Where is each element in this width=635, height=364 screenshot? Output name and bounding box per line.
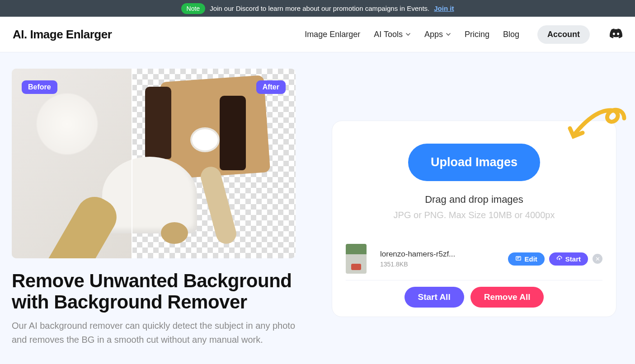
account-button[interactable]: Account <box>537 25 590 44</box>
top-nav: AI. Image Enlarger Image Enlarger AI Too… <box>0 17 635 52</box>
right-column: Upload Images Drag and drop images JPG o… <box>332 121 616 317</box>
start-all-button[interactable]: Start All <box>405 287 464 308</box>
discord-icon[interactable] <box>610 28 622 40</box>
preview-divider[interactable] <box>132 69 132 258</box>
remove-all-button[interactable]: Remove All <box>470 287 544 308</box>
nav-blog[interactable]: Blog <box>503 30 519 39</box>
upload-images-button[interactable]: Upload Images <box>408 144 540 181</box>
file-row: lorenzo-hamers-r5zf... 1351.8KB Edit Sta… <box>346 244 602 280</box>
nav-links: Image Enlarger AI Tools Apps Pricing Blo… <box>305 25 622 44</box>
note-badge: Note <box>181 3 206 14</box>
start-button[interactable]: Start <box>549 252 588 266</box>
chevron-down-icon <box>405 32 411 37</box>
upload-panel: Upload Images Drag and drop images JPG o… <box>332 121 616 317</box>
nav-apps[interactable]: Apps <box>424 30 451 39</box>
start-label: Start <box>565 255 581 263</box>
chevron-down-icon <box>446 32 451 37</box>
nav-ai-tools-label: AI Tools <box>374 30 403 39</box>
edit-label: Edit <box>524 255 537 263</box>
join-link[interactable]: Join it <box>434 5 454 12</box>
page-heading: Remove Unwanted Background with Backgrou… <box>12 270 296 313</box>
decorative-shape <box>102 157 197 233</box>
arrow-decoration-icon <box>565 105 629 152</box>
decorative-shape <box>37 93 98 154</box>
decorative-shape <box>220 96 246 170</box>
after-badge: After <box>256 80 286 94</box>
logo[interactable]: AI. Image Enlarger <box>13 28 112 42</box>
decorative-shape <box>145 87 171 159</box>
nav-ai-tools[interactable]: AI Tools <box>374 30 411 39</box>
upload-hint: JPG or PNG. Max Size 10MB or 4000px <box>346 210 602 220</box>
promo-banner: Note Join our Discord to learn more abou… <box>0 0 635 17</box>
main: Before After Remove Unwanted Background … <box>0 52 635 351</box>
bulk-actions: Start All Remove All <box>346 287 602 308</box>
before-after-preview: Before After <box>12 69 296 258</box>
file-size: 1351.8KB <box>380 261 508 268</box>
decorative-shape <box>190 127 220 152</box>
before-badge: Before <box>22 80 57 94</box>
nav-apps-label: Apps <box>424 30 443 39</box>
nav-pricing[interactable]: Pricing <box>465 30 489 39</box>
nav-image-enlarger[interactable]: Image Enlarger <box>305 30 360 39</box>
close-icon: ✕ <box>595 256 600 262</box>
drag-drop-text: Drag and drop images <box>346 194 602 205</box>
file-name: lorenzo-hamers-r5zf... <box>380 250 508 259</box>
edit-icon <box>515 255 522 263</box>
banner-text: Join our Discord to learn more about our… <box>210 5 429 12</box>
remove-file-button[interactable]: ✕ <box>593 254 602 264</box>
page-subtext: Our AI background remover can quickly de… <box>12 319 296 347</box>
edit-button[interactable]: Edit <box>508 252 544 266</box>
file-info: lorenzo-hamers-r5zf... 1351.8KB <box>380 250 508 268</box>
cloud-icon <box>556 255 563 263</box>
left-column: Before After Remove Unwanted Background … <box>12 69 296 347</box>
file-thumbnail <box>346 244 367 274</box>
decorative-shape <box>161 222 188 244</box>
